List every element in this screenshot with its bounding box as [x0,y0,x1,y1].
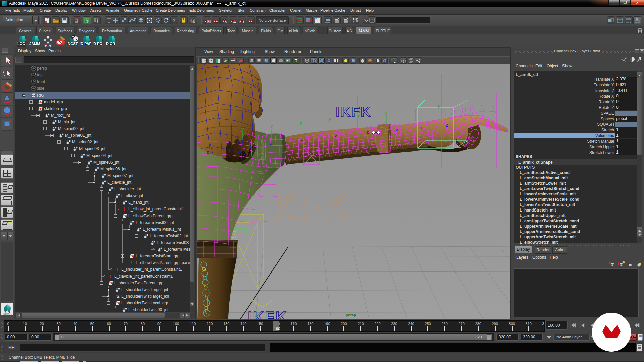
svg-text:persp: persp [346,313,356,317]
svg-text:?: ? [173,18,176,23]
svg-text:MAYA: MAYA [3,312,12,315]
svg-text:IPR: IPR [344,21,348,23]
svg-text:T: T [295,59,297,63]
svg-text:IKFK: IKFK [259,187,351,226]
